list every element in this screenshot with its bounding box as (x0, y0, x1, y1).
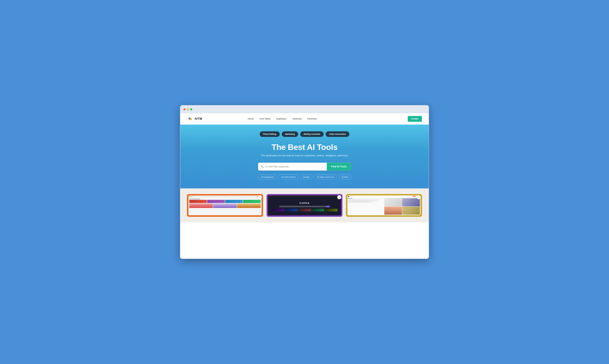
tag-pill-video-generation[interactable]: Video Generation (326, 131, 349, 137)
external-link-icon-1[interactable]: ↗ (258, 195, 262, 199)
nav-link-inspiration[interactable]: Inspiration (276, 117, 287, 120)
search-input[interactable] (266, 163, 327, 170)
nav-links: Home Find Talent Inspiration Advertise F… (248, 117, 317, 120)
logo-area: 🎭 AITW (187, 116, 202, 122)
nav-link-favorites[interactable]: Favorites (307, 117, 317, 120)
nav-link-find-talent[interactable]: Find Talent (259, 117, 270, 120)
tool-card-prompt-superpower[interactable]: Your Prompt Superpower (187, 194, 263, 217)
navbar: 🎭 AITW Home Find Talent Inspiration Adve… (180, 113, 429, 125)
traffic-light-red[interactable] (183, 108, 185, 110)
tag-pills: Photo Editing Marketing Writing Assistan… (260, 131, 349, 137)
browser-window: 🎭 AITW Home Find Talent Inspiration Adve… (180, 105, 429, 259)
suggestion-ai-paraphraser[interactable]: AI Paraphraser (258, 175, 277, 179)
suggestion-pills: AI Paraphraser AI Profile Picture Shopif… (258, 175, 351, 179)
traffic-light-yellow[interactable] (187, 108, 189, 110)
logo-icon: 🎭 (187, 116, 193, 122)
tool-card-artify[interactable]: Artify Tools (346, 194, 422, 217)
tag-pill-marketing[interactable]: Marketing (282, 131, 298, 137)
hero-section: Photo Editing Marketing Writing Assistan… (180, 125, 429, 188)
hero-title: The Best AI Tools (271, 143, 337, 152)
search-bar: 🔍 Find AI Tools (258, 163, 351, 170)
logo-text: AITW (194, 117, 202, 121)
find-ai-tools-button[interactable]: Find AI Tools (327, 163, 351, 170)
tools-section: Your Prompt Superpower (180, 188, 429, 222)
suggestion-ai-profile-picture[interactable]: AI Profile Picture (279, 175, 299, 179)
search-icon: 🔍 (258, 165, 266, 168)
tag-pill-photo-editing[interactable]: Photo Editing (260, 131, 280, 137)
suggestion-shopify[interactable]: Shopify (300, 175, 312, 179)
external-link-icon-3[interactable]: ↗ (417, 195, 421, 199)
browser-chrome (180, 105, 429, 113)
suggestion-ai-video-voice-over[interactable]: AI Video Voice Over (314, 175, 337, 179)
suggestion-ai-seo[interactable]: AI SEO (339, 175, 351, 179)
tool-card-lexica[interactable]: Lexica Art Lexica (267, 194, 343, 217)
nav-link-home[interactable]: Home (248, 117, 254, 120)
tag-pill-writing-assistant[interactable]: Writing Assistant (300, 131, 324, 137)
traffic-light-green[interactable] (190, 108, 192, 110)
profile-button[interactable]: Profile (408, 116, 422, 122)
browser-content: 🎭 AITW Home Find Talent Inspiration Adve… (180, 113, 429, 259)
nav-link-advertise[interactable]: Advertise (292, 117, 302, 120)
hero-subtitle: The destination for the best AI tools fo… (261, 154, 348, 157)
tools-grid: Your Prompt Superpower (187, 194, 422, 217)
